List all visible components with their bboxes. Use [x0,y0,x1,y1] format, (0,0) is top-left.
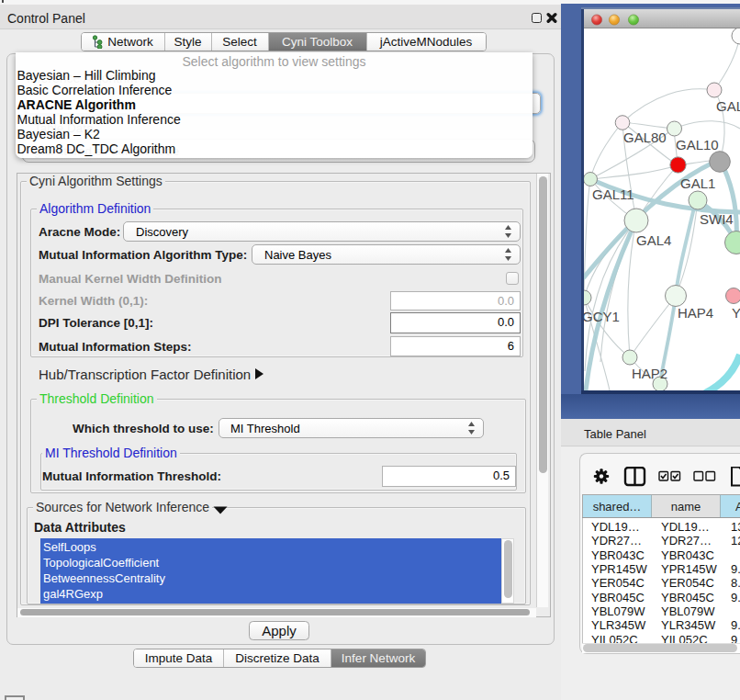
svg-text:GAL1: GAL1 [680,175,715,191]
svg-text:Y: Y [732,305,740,321]
svg-text:GCY1: GCY1 [584,309,620,324]
svg-text:GAL7: GAL7 [716,98,740,114]
svg-text:GAL80: GAL80 [623,130,667,145]
svg-text:GAL11: GAL11 [592,186,634,202]
svg-text:HAP4: HAP4 [678,305,713,321]
svg-text:SWI4: SWI4 [700,211,734,227]
svg-text:GAL4: GAL4 [636,232,671,248]
svg-text:GAL10: GAL10 [676,137,719,152]
svg-text:HAP2: HAP2 [632,366,667,381]
